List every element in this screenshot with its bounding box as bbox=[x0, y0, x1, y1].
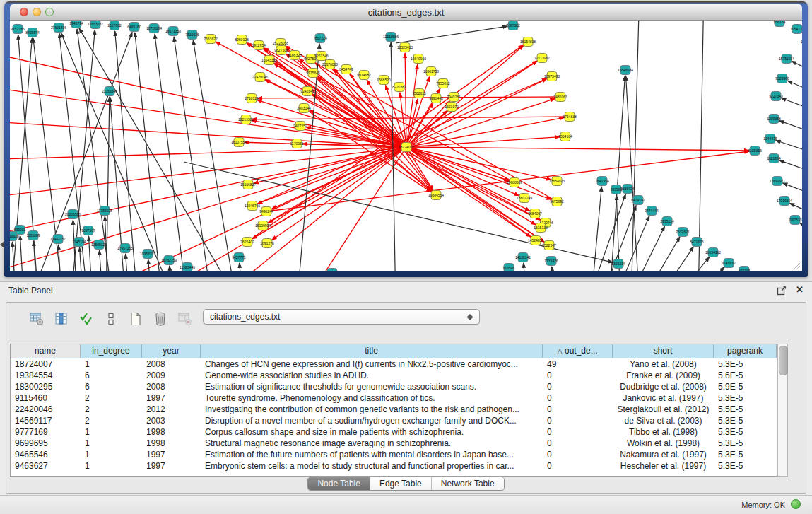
table-cell[interactable]: Stergiakouli et al. (2012) bbox=[613, 404, 714, 415]
table-cell[interactable]: Embryonic stem cells: a model to study s… bbox=[201, 460, 543, 472]
table-cell[interactable]: 5.3E-5 bbox=[714, 438, 777, 449]
table-cell[interactable]: Investigating the contribution of common… bbox=[201, 404, 543, 415]
table-cell[interactable]: 5.3E-5 bbox=[714, 426, 777, 438]
window-resize-grip[interactable] bbox=[792, 262, 801, 270]
table-row[interactable]: 1830029562008Estimation of significance … bbox=[11, 381, 777, 392]
table-cell[interactable]: 0 bbox=[543, 438, 613, 449]
table-cell[interactable]: 5.3E-5 bbox=[714, 460, 777, 472]
table-cell[interactable]: Corpus callosum shape and size in male p… bbox=[201, 426, 543, 438]
table-cell[interactable]: 1 bbox=[81, 449, 142, 460]
table-cell[interactable]: 0 bbox=[543, 460, 613, 472]
table-row[interactable]: 1456911722003Disruption of a novel membe… bbox=[11, 415, 777, 426]
table-cell[interactable]: 2003 bbox=[142, 415, 201, 426]
table-cell[interactable]: 5.3E-5 bbox=[714, 415, 777, 426]
table-cell[interactable]: Changes of HCN gene expression and I(f) … bbox=[201, 358, 543, 370]
column-header-in_degree[interactable]: in_degree bbox=[81, 344, 142, 358]
table-cell[interactable]: 0 bbox=[543, 392, 613, 404]
table-cell[interactable]: 1997 bbox=[142, 392, 201, 404]
table-cell[interactable]: 1 bbox=[81, 460, 142, 472]
network-graph[interactable]: 9152186840557427691406194371410653287152… bbox=[10, 21, 802, 271]
table-cell[interactable]: 5.3E-5 bbox=[714, 392, 777, 404]
table-cell[interactable]: 0 bbox=[543, 381, 613, 392]
table-cell[interactable]: 2008 bbox=[142, 358, 201, 370]
table-cell[interactable]: 19384554 bbox=[11, 370, 81, 381]
show-column-button[interactable] bbox=[52, 310, 71, 328]
column-header-title[interactable]: title bbox=[201, 344, 543, 358]
collapse-panel-handle[interactable] bbox=[0, 241, 4, 248]
table-row[interactable]: 969969511998Structural magnetic resonanc… bbox=[11, 438, 777, 449]
tab-network-table[interactable]: Network Table bbox=[431, 477, 504, 490]
table-cell[interactable]: 0 bbox=[543, 415, 613, 426]
row-selector-button[interactable] bbox=[102, 310, 120, 328]
table-cell[interactable]: 5.5E-5 bbox=[714, 404, 777, 415]
table-cell[interactable]: 1 bbox=[81, 426, 142, 438]
table-cell[interactable]: 0 bbox=[543, 449, 613, 460]
table-cell[interactable]: 2 bbox=[81, 404, 142, 415]
table-row[interactable]: 977716911998Corpus callosum shape and si… bbox=[11, 426, 777, 438]
table-cell[interactable]: 0 bbox=[543, 404, 613, 415]
select-all-button[interactable] bbox=[77, 310, 95, 328]
table-cell[interactable]: 9465546 bbox=[11, 449, 81, 460]
network-canvas[interactable]: 9152186840557427691406194371410653287152… bbox=[10, 21, 802, 271]
table-cell[interactable]: 1 bbox=[81, 358, 142, 370]
table-cell[interactable]: Estimation of the future numbers of pati… bbox=[201, 449, 543, 460]
column-header-out_de[interactable]: △out_de... bbox=[543, 344, 613, 358]
close-window-button[interactable] bbox=[20, 8, 28, 16]
table-cell[interactable]: 0 bbox=[543, 426, 613, 438]
zoom-window-button[interactable] bbox=[45, 8, 54, 16]
table-cell[interactable]: 1997 bbox=[142, 449, 201, 460]
tab-node-table[interactable]: Node Table bbox=[308, 477, 370, 490]
table-row[interactable]: 911546021997Tourette syndrome. Phenomeno… bbox=[11, 392, 777, 404]
close-panel-icon[interactable]: ✕ bbox=[796, 284, 804, 295]
table-row[interactable]: 1938455462009Genome-wide association stu… bbox=[11, 370, 777, 381]
column-header-short[interactable]: short bbox=[613, 344, 714, 358]
table-cell[interactable]: 9115460 bbox=[11, 392, 81, 404]
table-cell[interactable]: Dudbridge et al. (2008) bbox=[613, 381, 714, 392]
table-cell[interactable]: 9777169 bbox=[11, 426, 81, 438]
table-row[interactable]: 946362711997Embryonic stem cells: a mode… bbox=[11, 460, 777, 472]
table-cell[interactable]: Wolkin et al. (1998) bbox=[613, 438, 714, 449]
tab-edge-table[interactable]: Edge Table bbox=[370, 477, 431, 490]
table-vertical-scrollbar[interactable] bbox=[777, 344, 788, 477]
table-cell[interactable]: 49 bbox=[543, 358, 613, 370]
table-cell[interactable]: 18300295 bbox=[11, 381, 81, 392]
table-cell[interactable]: de Silva et al. (2003) bbox=[613, 415, 714, 426]
table-cell[interactable]: 2 bbox=[81, 415, 142, 426]
minimize-window-button[interactable] bbox=[33, 8, 41, 16]
table-cell[interactable]: Franke et al. (2009) bbox=[613, 370, 714, 381]
table-cell[interactable]: Nakamura et al. (1997) bbox=[613, 449, 714, 460]
table-cell[interactable]: 2008 bbox=[142, 381, 201, 392]
table-cell[interactable]: Hescheler et al. (1997) bbox=[613, 460, 714, 472]
table-cell[interactable]: 0 bbox=[543, 370, 613, 381]
table-cell[interactable]: Disruption of a novel member of a sodium… bbox=[201, 415, 543, 426]
table-row[interactable]: 946554611997Estimation of the future num… bbox=[11, 449, 777, 460]
table-cell[interactable]: 9699695 bbox=[11, 438, 81, 449]
table-mode-button[interactable] bbox=[28, 310, 46, 328]
table-cell[interactable]: 14569117 bbox=[11, 415, 81, 426]
float-panel-icon[interactable] bbox=[777, 286, 787, 296]
table-cell[interactable]: Jankovic et al. (1997) bbox=[613, 392, 714, 404]
delete-column-button[interactable] bbox=[151, 310, 170, 328]
table-cell[interactable]: 22420046 bbox=[11, 404, 81, 415]
table-cell[interactable]: Estimation of significance thresholds fo… bbox=[201, 381, 543, 392]
table-selector-dropdown[interactable]: citations_edges.txt bbox=[203, 309, 480, 325]
table-cell[interactable]: 1 bbox=[81, 438, 142, 449]
table-cell[interactable]: 1997 bbox=[142, 460, 201, 472]
table-row[interactable]: 2242004622012Investigating the contribut… bbox=[11, 404, 777, 415]
table-cell[interactable]: 5.3E-5 bbox=[714, 449, 777, 460]
table-cell[interactable]: Genome-wide association studies in ADHD. bbox=[201, 370, 543, 381]
new-column-button[interactable] bbox=[126, 310, 145, 328]
table-cell[interactable]: 9463627 bbox=[11, 460, 81, 472]
table-cell[interactable]: Yano et al. (2008) bbox=[613, 358, 714, 370]
table-cell[interactable]: 5.6E-5 bbox=[714, 370, 777, 381]
table-cell[interactable]: 2009 bbox=[142, 370, 201, 381]
table-cell[interactable]: 5.3E-5 bbox=[714, 358, 777, 370]
window-title-bar[interactable]: citations_edges.txt bbox=[10, 4, 802, 21]
delete-table-button[interactable] bbox=[176, 310, 194, 328]
memory-status-icon[interactable] bbox=[791, 499, 801, 509]
column-header-year[interactable]: year bbox=[142, 344, 201, 358]
table-cell[interactable]: Structural magnetic resonance image aver… bbox=[201, 438, 543, 449]
table-cell[interactable]: 2012 bbox=[142, 404, 201, 415]
table-cell[interactable]: Tourette syndrome. Phenomenology and cla… bbox=[201, 392, 543, 404]
table-cell[interactable]: 1998 bbox=[142, 438, 201, 449]
